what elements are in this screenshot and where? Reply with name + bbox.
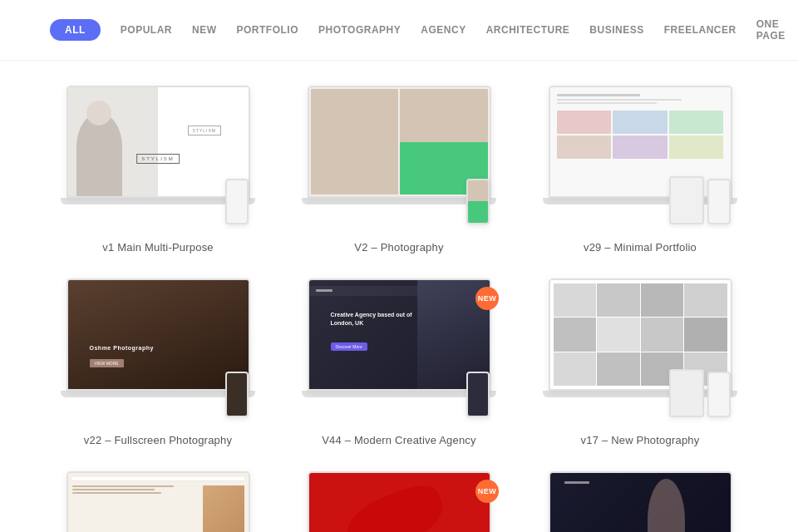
screen3-title	[557, 94, 641, 96]
theme-card-4[interactable]: Oshme Photography VIEW MORE v22 – Fullsc…	[50, 278, 266, 446]
card-9-laptop	[549, 471, 732, 532]
card-8-screen: Nike	[309, 473, 490, 532]
card-2-mockup	[291, 86, 507, 231]
nav-item-photography[interactable]: PHOTOGRAPHY	[318, 21, 401, 39]
card-3-tablet	[669, 176, 704, 224]
nav-item-architecture[interactable]: ARCHITECTURE	[486, 21, 570, 39]
nav-item-portfolio[interactable]: PORTFOLIO	[237, 21, 299, 39]
theme-grid: STYLISM v1 Main Multi-Purpose V2 – Photo…	[0, 61, 798, 532]
screen3-img1	[557, 111, 612, 134]
screen4-bg	[68, 280, 249, 389]
screen4-text: Oshme Photography	[90, 345, 154, 351]
theme-card-9[interactable]: v – Minimal Photography	[532, 471, 748, 532]
filter-nav: ALL POPULAR NEW PORTFOLIO PHOTOGRAPHY AG…	[0, 0, 798, 61]
nav-item-agency[interactable]: AGENCY	[421, 21, 466, 39]
card-7-mockup: YIN& YANG	[50, 471, 266, 532]
screen3-img2	[613, 111, 667, 134]
new-badge-5: NEW	[475, 287, 499, 310]
card-2-phone	[466, 179, 490, 224]
screen3-text2	[557, 102, 658, 104]
card-6-laptop	[549, 278, 732, 391]
t2	[72, 489, 155, 490]
card-2-laptop	[308, 86, 491, 198]
nav-item-new[interactable]: NEW	[192, 21, 217, 39]
shoe-shape	[339, 479, 450, 532]
card-6-phone	[707, 372, 731, 417]
screen3-img3	[669, 111, 724, 134]
nav-item-business[interactable]: BUSINESS	[589, 21, 643, 39]
card-4-mockup: Oshme Photography VIEW MORE	[50, 278, 266, 424]
card-1-phone	[225, 179, 249, 224]
screen4-btn: VIEW MORE	[90, 359, 124, 367]
theme-card-2[interactable]: V2 – Photography	[291, 86, 507, 254]
card-3-phone	[707, 179, 731, 224]
theme-card-3[interactable]: v29 – Minimal Portfolio	[532, 86, 748, 254]
card-9-mockup	[532, 471, 748, 532]
card-1-screen: STYLISM	[68, 87, 249, 196]
theme-card-5[interactable]: NEW Creative Agency based out ofLondon, …	[291, 278, 507, 446]
card-3-label: v29 – Minimal Portfolio	[584, 241, 697, 254]
card-5-phone	[466, 372, 490, 417]
card-3-mockup	[532, 86, 748, 231]
card-4-laptop: Oshme Photography VIEW MORE	[66, 278, 250, 391]
t1	[72, 485, 174, 487]
nav-item-freelancer[interactable]: FREELANCER	[664, 21, 736, 39]
card-7-laptop: YIN& YANG	[66, 471, 250, 532]
card-4-screen: Oshme Photography VIEW MORE	[68, 280, 249, 389]
screen5-headline: Creative Agency based out ofLondon, UK	[331, 311, 412, 328]
theme-card-1[interactable]: STYLISM v1 Main Multi-Purpose	[50, 86, 266, 254]
card-5-label: V44 – Modern Creative Agency	[322, 434, 476, 446]
screen5-cta: Discover More	[331, 342, 367, 351]
screen3-img6	[669, 135, 724, 159]
card-3-laptop	[549, 86, 732, 198]
figure-silhouette	[648, 479, 685, 532]
card-8-mockup: NEW Nike	[291, 471, 507, 532]
screen3-img5	[613, 135, 667, 159]
screen7-nav	[72, 477, 244, 481]
card-2-screen	[309, 87, 490, 196]
screen7-text	[72, 485, 200, 532]
card-5-laptop: Creative Agency based out ofLondon, UK D…	[308, 278, 491, 391]
card-2-label: V2 – Photography	[354, 241, 443, 254]
card-6-tablet	[669, 369, 704, 417]
card-9-screen	[550, 473, 731, 532]
screen9-nav-line	[564, 481, 589, 484]
nav-item-all[interactable]: ALL	[50, 19, 101, 41]
theme-card-7[interactable]: YIN& YANG v – Eliven Everything	[50, 471, 266, 532]
card-7-screen: YIN& YANG	[68, 473, 249, 532]
card-1-laptop: STYLISM	[66, 86, 250, 198]
card-4-label: v22 – Fullscreen Photography	[84, 434, 232, 446]
card-8-laptop: Nike	[308, 471, 491, 532]
screen3-img-grid	[557, 111, 724, 159]
screen7-content	[72, 485, 244, 532]
t3	[72, 492, 161, 494]
screen3-img4	[557, 135, 612, 159]
card-5-mockup: NEW Creative Agency based out ofLondon, …	[291, 278, 507, 424]
card-6-label: v17 – New Photography	[581, 434, 700, 446]
nav-item-one-page[interactable]: ONE PAGE	[756, 15, 786, 45]
person-head	[86, 101, 111, 126]
card-1-mockup: STYLISM	[50, 86, 266, 231]
card-4-phone	[225, 372, 249, 417]
card-1-label: v1 Main Multi-Purpose	[102, 241, 214, 254]
person-silhouette	[76, 113, 122, 196]
card-5-screen: Creative Agency based out ofLondon, UK D…	[309, 280, 490, 389]
stylism-badge: STYLISM	[188, 126, 221, 135]
screen3-text1	[557, 99, 682, 101]
screen7-img	[203, 485, 244, 532]
card-6-mockup	[532, 278, 748, 424]
nav-item-popular[interactable]: POPULAR	[121, 21, 172, 39]
new-badge-8: NEW	[475, 480, 499, 503]
theme-card-8[interactable]: NEW Nike v – Nike	[291, 471, 507, 532]
theme-card-6[interactable]: v17 – New Photography	[532, 278, 748, 446]
